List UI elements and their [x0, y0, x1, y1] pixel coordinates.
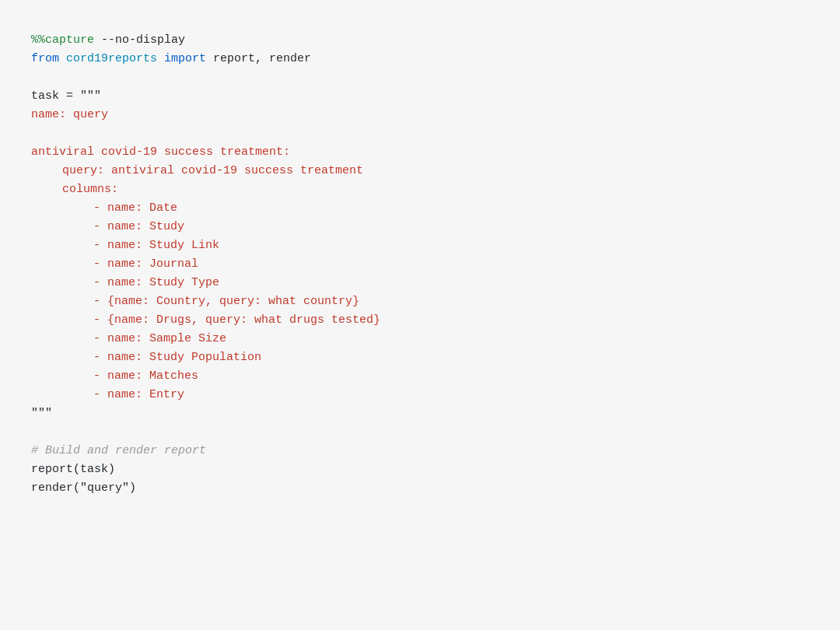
comment-text: # Build and render report	[31, 442, 206, 460]
magic-flag: --no-display	[94, 31, 185, 50]
col-matches-line: - name: Matches	[31, 367, 809, 386]
col-study-type: - name: Study Type	[93, 274, 219, 292]
triple-quote: """	[31, 404, 52, 423]
triple-quote-close: """	[31, 404, 809, 423]
code-line-9: columns:	[31, 180, 809, 199]
col-study-population-line: - name: Study Population	[31, 348, 809, 367]
col-country-line: - {name: Country, query: what country}	[31, 292, 809, 311]
col-study: - name: Study	[93, 218, 184, 236]
col-study-type-line: - name: Study Type	[31, 274, 809, 292]
magic-command: %%capture	[31, 31, 94, 50]
name-query: name: query	[31, 106, 108, 124]
keyword-import: import	[157, 50, 206, 68]
columns-key: columns:	[62, 180, 118, 199]
code-line-4: task = """	[31, 87, 809, 106]
module-name: cord19reports	[59, 50, 157, 68]
col-journal-line: - name: Journal	[31, 255, 809, 274]
col-study-line: - name: Study	[31, 218, 809, 236]
antiviral-key: antiviral covid-19 success treatment:	[31, 143, 290, 162]
report-call-line: report(task)	[31, 460, 809, 479]
code-line-1: %%capture --no-display	[31, 31, 809, 50]
render-call: render("query")	[31, 479, 136, 498]
col-drugs-line: - {name: Drugs, query: what drugs tested…	[31, 311, 809, 330]
code-line-2: from cord19reports import report, render	[31, 50, 809, 68]
col-study-link: - name: Study Link	[93, 236, 219, 255]
keyword-from: from	[31, 50, 59, 68]
import-names: report, render	[206, 50, 311, 68]
col-entry-line: - name: Entry	[31, 386, 809, 404]
code-line-8: query: antiviral covid-19 success treatm…	[31, 162, 809, 180]
code-line-5: name: query	[31, 106, 809, 124]
col-entry: - name: Entry	[93, 386, 184, 404]
col-sample-size: - name: Sample Size	[93, 330, 226, 348]
comment-line: # Build and render report	[31, 442, 809, 460]
empty-line-3	[31, 68, 809, 87]
col-country: - {name: Country, query: what country}	[93, 292, 359, 311]
col-sample-size-line: - name: Sample Size	[31, 330, 809, 348]
col-date: - name: Date	[93, 199, 177, 218]
col-matches: - name: Matches	[93, 367, 198, 386]
col-study-population: - name: Study Population	[93, 348, 261, 367]
col-study-link-line: - name: Study Link	[31, 236, 809, 255]
report-call: report(task)	[31, 460, 115, 479]
render-call-line: render("query")	[31, 479, 809, 498]
empty-line-after-task	[31, 423, 809, 442]
empty-line-6	[31, 124, 809, 143]
col-date-line: - name: Date	[31, 199, 809, 218]
task-assignment: task = """	[31, 87, 101, 106]
code-editor: %%capture --no-display from cord19report…	[31, 23, 809, 506]
col-journal: - name: Journal	[93, 255, 198, 274]
query-value: query: antiviral covid-19 success treatm…	[62, 162, 363, 180]
code-line-7: antiviral covid-19 success treatment:	[31, 143, 809, 162]
col-drugs: - {name: Drugs, query: what drugs tested…	[93, 311, 380, 330]
